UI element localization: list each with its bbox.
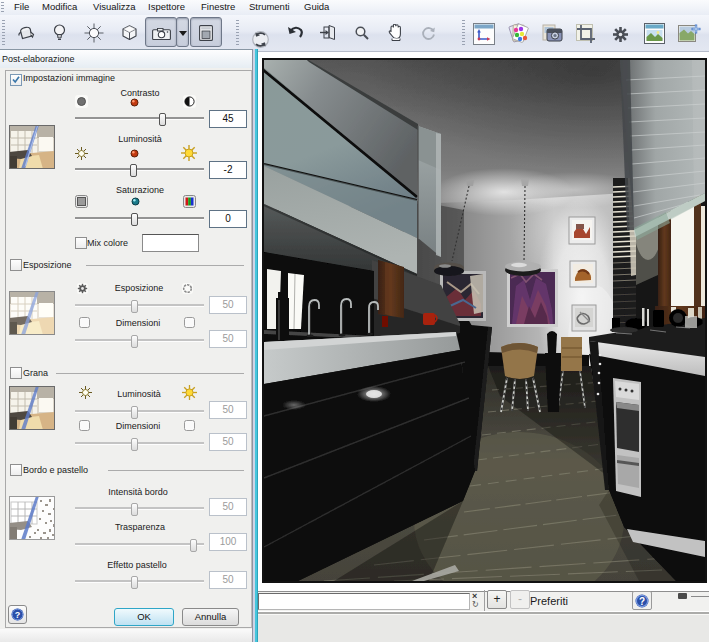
svg-text:?: ? xyxy=(639,596,645,607)
svg-text:?: ? xyxy=(15,610,21,620)
